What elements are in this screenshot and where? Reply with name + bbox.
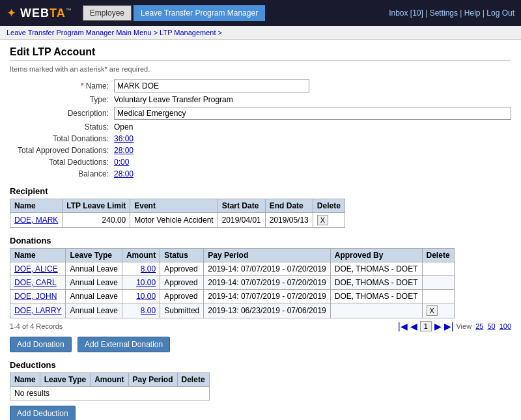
no-results-cell: No results [10,387,210,400]
donations-col-delete: Delete [422,249,454,262]
nav-tab-ltp[interactable]: Leave Transfer Program Manager [134,5,265,21]
donations-table: Name Leave Type Amount Status Pay Period… [10,248,455,318]
deductions-col-name: Name [10,373,40,387]
total-approved-value[interactable]: 28:00 [114,146,134,155]
donation-row: DOE, LARRY Annual Leave 8.00 Submitted 2… [10,303,455,318]
donation-name-cell[interactable]: DOE, JOHN [10,290,66,303]
pagination-area: 1-4 of 4 Records |◀ ◀ 1 ▶ ▶| View 25 50 … [10,321,511,331]
recipient-name-cell[interactable]: DOE, MARK [10,213,63,228]
breadcrumb: Leave Transfer Program Manager Main Menu… [0,26,521,40]
total-donations-value[interactable]: 36:00 [114,134,134,143]
donation-period-cell: 2019-13: 06/23/2019 - 07/06/2019 [204,303,331,318]
page-next[interactable]: ▶ [434,321,442,331]
donations-col-name: Name [10,249,66,262]
donation-amount-cell[interactable]: 8.00 [122,303,160,318]
logo-area: ✦ WEBTA™ Employee Leave Transfer Program… [7,5,265,21]
donation-amount-cell[interactable]: 8.00 [122,262,160,276]
donation-approved-cell: DOE, THOMAS - DOET [330,262,422,276]
recipient-delete-cell[interactable]: X [313,213,345,228]
donation-name-cell[interactable]: DOE, LARRY [10,303,66,318]
donation-approved-cell: DOE, THOMAS - DOET [330,276,422,290]
donations-section-header: Donations [10,236,511,245]
description-input[interactable] [114,107,511,120]
page-first[interactable]: |◀ [398,321,408,331]
deductions-col-delete: Delete [177,373,209,387]
total-donations-label: Total Donations: [10,134,114,143]
add-donation-button[interactable]: Add Donation [10,337,72,352]
view-label: View [456,322,472,330]
donation-type-cell: Annual Leave [66,276,122,290]
description-row: Description: [10,107,511,120]
recipient-start-cell: 2019/04/01 [218,213,265,228]
deductions-col-type: Leave Type [40,373,90,387]
page-number[interactable]: 1 [420,321,432,331]
donation-amount-cell[interactable]: 10.00 [122,276,160,290]
view-100[interactable]: 100 [500,322,511,330]
deductions-col-amount: Amount [91,373,128,387]
donation-delete-cell[interactable] [422,276,454,290]
balance-row: Balance: 28:00 [10,169,511,178]
header-links: Inbox [10] | Settings | Help | Log Out [389,8,514,18]
deductions-col-period: Pay Period [128,373,177,387]
status-value: Open [114,122,133,132]
required-note: Items marked with an asterisk* are requi… [10,65,511,73]
donation-status-cell: Approved [160,276,204,290]
donation-delete-cell[interactable]: X [422,303,454,318]
donation-type-cell: Annual Leave [66,303,122,318]
balance-value[interactable]: 28:00 [114,169,134,178]
page-prev[interactable]: ◀ [410,321,417,331]
donation-status-cell: Approved [160,290,204,303]
donation-delete-cell[interactable] [422,262,454,276]
donation-name-cell[interactable]: DOE, CARL [10,276,66,290]
delete-donation-button[interactable]: X [427,305,438,316]
donations-col-approved: Approved By [330,249,422,262]
recipient-table: Name LTP Leave Limit Event Start Date En… [10,199,345,228]
main-content: Edit LTP Account Items marked with an as… [0,40,521,420]
delete-recipient-button[interactable]: X [317,215,328,225]
page-last[interactable]: ▶| [444,321,454,331]
logout-link[interactable]: Log Out [486,8,514,18]
donation-status-cell: Submitted [160,303,204,318]
deductions-table: Name Leave Type Amount Pay Period Delete… [10,372,210,400]
name-label: * Name: [10,81,114,91]
nav-tabs: Employee Leave Transfer Program Manager [83,5,265,21]
add-deduction-button[interactable]: Add Deduction [10,406,76,420]
total-deductions-label: Total Deductions: [10,158,114,167]
donation-amount-cell[interactable]: 10.00 [122,290,160,303]
donation-approved-cell [330,303,422,318]
total-deductions-row: Total Deductions: 0:00 [10,158,511,167]
help-link[interactable]: Help [464,8,481,18]
donation-row: DOE, ALICE Annual Leave 8.00 Approved 20… [10,262,455,276]
donation-name-cell[interactable]: DOE, ALICE [10,262,66,276]
recipient-limit-cell: 240.00 [63,213,130,228]
recipient-col-end: End Date [265,199,313,213]
total-deductions-value[interactable]: 0:00 [114,158,129,167]
recipient-col-limit: LTP Leave Limit [63,199,130,213]
type-value: Voluntary Leave Transfer Program [114,95,233,104]
recipient-event-cell: Motor Vehicle Accident [130,213,218,228]
deductions-no-results-row: No results [10,387,210,400]
type-row: Type: Voluntary Leave Transfer Program [10,95,511,104]
settings-link[interactable]: Settings [430,8,458,18]
donation-delete-cell[interactable] [422,290,454,303]
name-input[interactable] [114,79,309,92]
donation-period-cell: 2019-14: 07/07/2019 - 07/20/2019 [204,262,331,276]
recipient-col-event: Event [130,199,218,213]
donation-type-cell: Annual Leave [66,290,122,303]
breadcrumb-ltp-main[interactable]: Leave Transfer Program Manager Main Menu [7,29,152,36]
donations-col-period: Pay Period [204,249,331,262]
donation-status-cell: Approved [160,262,204,276]
logo-text: WEBTA™ [20,7,72,20]
recipient-col-start: Start Date [218,199,265,213]
inbox-link[interactable]: Inbox [10] [389,8,423,18]
add-external-donation-button[interactable]: Add External Donation [77,337,170,352]
deductions-section-header: Deductions [10,360,511,370]
total-approved-label: Total Approved Donations: [10,146,114,155]
nav-tab-employee[interactable]: Employee [83,5,132,21]
recipient-col-delete: Delete [313,199,345,213]
view-50[interactable]: 50 [487,322,495,330]
view-25[interactable]: 25 [475,322,483,330]
donation-type-cell: Annual Leave [66,262,122,276]
total-approved-row: Total Approved Donations: 28:00 [10,146,511,155]
breadcrumb-ltp-mgmt[interactable]: LTP Management [160,29,216,36]
